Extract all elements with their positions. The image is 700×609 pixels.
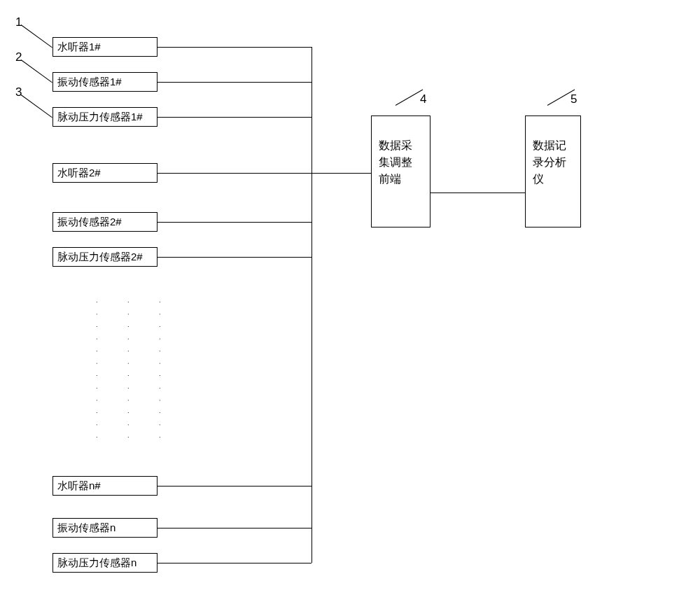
- label-1: 1: [15, 15, 22, 29]
- ellipsis-dots-3: · · · · · · · · · · · ·: [156, 301, 164, 442]
- hydrophone-1: 水听器1#: [52, 37, 158, 57]
- connector-2a: [158, 173, 312, 174]
- leader-line-2: [21, 59, 52, 83]
- ellipsis-dots-1: · · · · · · · · · · · ·: [93, 301, 101, 442]
- vibration-sensor-n: 振动传感器n: [52, 518, 158, 538]
- connector-1a: [158, 47, 312, 48]
- vibration-sensor-1: 振动传感器1#: [52, 72, 158, 92]
- vibration-sensor-2: 振动传感器2#: [52, 212, 158, 232]
- leader-line-4: [396, 90, 423, 106]
- pressure-sensor-1: 脉动压力传感器1#: [52, 107, 158, 127]
- hydrophone-2: 水听器2#: [52, 163, 158, 183]
- leader-line-1: [21, 24, 52, 48]
- ellipsis-dots-2: · · · · · · · · · · · ·: [125, 301, 132, 442]
- connector-2b: [158, 222, 312, 223]
- connector-2c: [158, 257, 312, 258]
- data-analyzer: 数据记录分析仪: [525, 115, 581, 227]
- connector-1b: [158, 82, 312, 83]
- label-4: 4: [420, 92, 426, 106]
- pressure-sensor-2: 脉动压力传感器2#: [52, 247, 158, 267]
- connector-bus-collector: [312, 173, 371, 174]
- connector-na: [158, 486, 312, 486]
- bus-line: [312, 47, 312, 563]
- label-3: 3: [15, 85, 22, 99]
- data-collector: 数据采集调整前端: [371, 115, 430, 227]
- hydrophone-n: 水听器n#: [52, 476, 158, 496]
- label-2: 2: [15, 50, 22, 64]
- connector-nb: [158, 528, 312, 528]
- connector-collector-analyzer: [430, 192, 525, 193]
- connector-nc: [158, 563, 312, 564]
- pressure-sensor-n: 脉动压力传感器n: [52, 553, 158, 573]
- label-5: 5: [570, 92, 577, 106]
- leader-line-3: [21, 94, 52, 118]
- connector-1c: [158, 117, 312, 118]
